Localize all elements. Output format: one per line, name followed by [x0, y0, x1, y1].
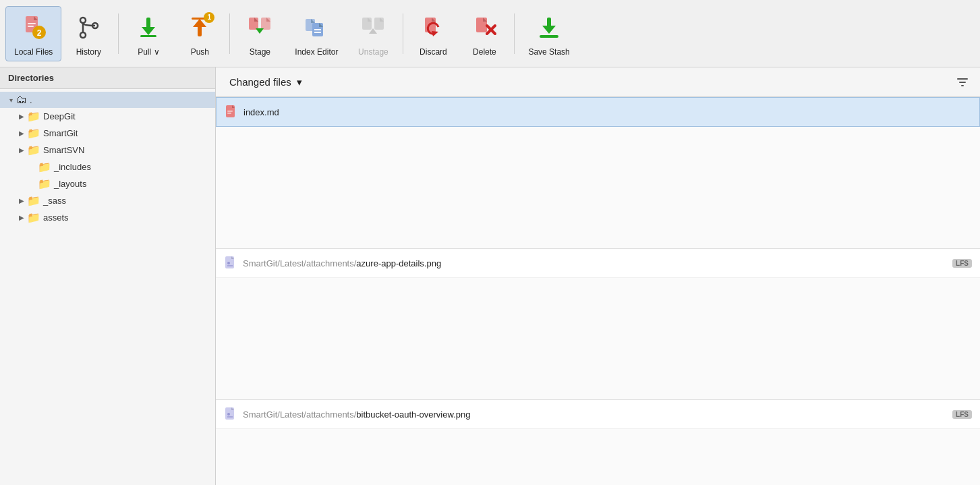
- file-group-space-2: [216, 278, 980, 399]
- save-stash-button[interactable]: Save Stash: [520, 7, 577, 61]
- filter-button[interactable]: [953, 73, 972, 92]
- svg-rect-27: [362, 18, 372, 30]
- file-name-azure: SmartGit/Latest/attachments/azure-app-de…: [243, 258, 947, 268]
- tree-toggle-root[interactable]: ▾: [5, 94, 16, 105]
- push-badge: 1: [204, 12, 214, 23]
- folder-icon-assets: 📁: [27, 211, 40, 224]
- folder-icon-includes: 📁: [38, 161, 51, 173]
- svg-text:2: 2: [36, 28, 41, 38]
- save-stash-label: Save Stash: [528, 47, 569, 57]
- lfs-badge-bitbucket: LFS: [952, 410, 972, 419]
- tree-toggle-assets[interactable]: ▶: [16, 212, 27, 223]
- index-editor-label: Index Editor: [295, 47, 338, 57]
- delete-button[interactable]: Delete: [460, 7, 509, 61]
- folder-icon-root: 🗂: [16, 94, 27, 106]
- tree-item-root[interactable]: ▾ 🗂 .: [0, 92, 215, 108]
- file-area: Changed files ▾: [216, 67, 980, 485]
- svg-rect-2: [28, 23, 36, 24]
- file-row-index-md[interactable]: index.md: [216, 97, 980, 127]
- unstage-button[interactable]: Unstage: [349, 7, 397, 61]
- svg-point-52: [227, 413, 230, 416]
- svg-rect-45: [227, 113, 231, 114]
- tree-item-layouts[interactable]: ▶ 📁 _layouts: [0, 175, 215, 192]
- folder-icon-smartsvn: 📁: [27, 144, 40, 156]
- file-row-bitbucket[interactable]: SmartGit/Latest/attachments/bitbucket-oa…: [216, 400, 980, 429]
- file-icon-azure: [224, 256, 237, 270]
- tree-label-layouts: _layouts: [54, 179, 86, 189]
- pull-label: Pull ∨: [138, 47, 159, 57]
- file-group-1: index.md: [216, 97, 980, 249]
- svg-point-6: [80, 18, 86, 23]
- file-group-space-3: [216, 429, 980, 485]
- folder-icon-sass: 📁: [27, 194, 40, 207]
- tree-label-includes: _includes: [54, 162, 91, 172]
- local-files-button[interactable]: 2 Local Files: [5, 6, 61, 61]
- sidebar: Directories ▾ 🗂 . ▶ 📁 DeepGit ▶ 📁 SmartG…: [0, 67, 216, 485]
- tree-label-smartsvn: SmartSVN: [43, 145, 84, 155]
- separator-4: [514, 13, 515, 54]
- tree-label-smartgit: SmartGit: [43, 128, 78, 138]
- tree-item-smartsvn[interactable]: ▶ 📁 SmartSVN: [0, 142, 215, 159]
- file-list: index.md: [216, 97, 980, 485]
- pull-button[interactable]: Pull ∨: [124, 7, 173, 61]
- file-row-azure[interactable]: SmartGit/Latest/attachments/azure-app-de…: [216, 249, 980, 278]
- separator-3: [403, 13, 403, 54]
- svg-rect-44: [227, 111, 233, 112]
- lfs-badge-azure: LFS: [952, 259, 972, 268]
- toolbar: 2 Local Files History: [0, 0, 980, 67]
- svg-point-48: [227, 262, 230, 264]
- discard-label: Discard: [420, 47, 447, 57]
- discard-button[interactable]: Discard: [409, 7, 457, 61]
- directory-tree: ▾ 🗂 . ▶ 📁 DeepGit ▶ 📁 SmartGit ▶ 📁 Smart…: [0, 89, 215, 485]
- tree-toggle-smartsvn[interactable]: ▶: [16, 145, 27, 156]
- folder-icon-deepgit: 📁: [27, 110, 40, 123]
- file-icon-index-md: [225, 105, 238, 119]
- changed-files-dropdown[interactable]: Changed files ▾: [224, 74, 308, 91]
- unstage-label: Unstage: [358, 47, 388, 57]
- svg-rect-16: [249, 18, 258, 30]
- svg-rect-35: [476, 18, 487, 32]
- tree-toggle-smartgit[interactable]: ▶: [16, 128, 27, 139]
- file-group-2: SmartGit/Latest/attachments/azure-app-de…: [216, 249, 980, 400]
- main-area: Directories ▾ 🗂 . ▶ 📁 DeepGit ▶ 📁 SmartG…: [0, 67, 980, 485]
- file-icon-bitbucket: [224, 407, 237, 422]
- stage-label: Stage: [250, 47, 270, 57]
- svg-rect-12: [140, 35, 156, 37]
- index-editor-button[interactable]: Index Editor: [287, 7, 346, 61]
- stage-button[interactable]: Stage: [235, 7, 284, 61]
- tree-label-root: .: [30, 95, 32, 105]
- svg-marker-11: [142, 27, 155, 35]
- svg-marker-20: [256, 28, 264, 34]
- svg-rect-3: [28, 26, 34, 27]
- tree-item-includes[interactable]: ▶ 📁 _includes: [0, 159, 215, 175]
- tree-label-deepgit: DeepGit: [43, 111, 76, 121]
- svg-marker-34: [432, 31, 438, 36]
- history-button[interactable]: History: [64, 7, 113, 61]
- push-label: Push: [191, 47, 209, 57]
- tree-item-assets[interactable]: ▶ 📁 assets: [0, 209, 215, 226]
- file-area-header: Changed files ▾: [216, 67, 980, 97]
- local-files-label: Local Files: [14, 47, 53, 57]
- sidebar-header: Directories: [0, 67, 215, 89]
- tree-item-smartgit[interactable]: ▶ 📁 SmartGit: [0, 125, 215, 142]
- svg-rect-18: [261, 18, 270, 30]
- svg-rect-29: [374, 18, 384, 30]
- folder-icon-layouts: 📁: [38, 177, 51, 190]
- svg-marker-40: [542, 26, 556, 34]
- file-group-3: SmartGit/Latest/attachments/bitbucket-oa…: [216, 400, 980, 485]
- delete-label: Delete: [473, 47, 496, 57]
- separator-1: [118, 13, 119, 54]
- file-name-bitbucket: SmartGit/Latest/attachments/bitbucket-oa…: [243, 409, 947, 420]
- svg-rect-41: [540, 35, 558, 38]
- tree-toggle-deepgit[interactable]: ▶: [16, 111, 27, 122]
- tree-toggle-sass[interactable]: ▶: [16, 196, 27, 206]
- changed-files-chevron: ▾: [297, 76, 302, 88]
- tree-item-deepgit[interactable]: ▶ 📁 DeepGit: [0, 108, 215, 125]
- folder-icon-smartgit: 📁: [27, 127, 40, 140]
- history-label: History: [76, 47, 101, 57]
- changed-files-label: Changed files: [229, 76, 291, 88]
- tree-label-sass: _sass: [43, 196, 66, 206]
- push-button[interactable]: 1 Push: [175, 7, 224, 61]
- tree-item-sass[interactable]: ▶ 📁 _sass: [0, 192, 215, 209]
- separator-2: [229, 13, 230, 54]
